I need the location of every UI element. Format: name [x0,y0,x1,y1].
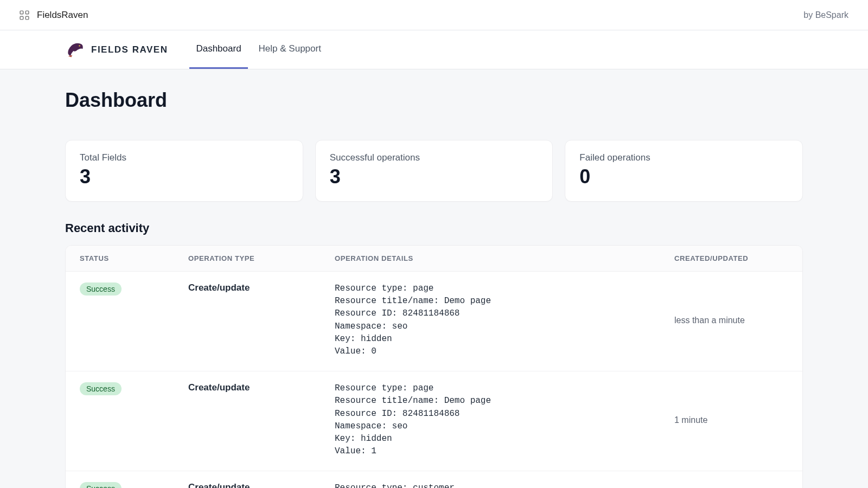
cell-timestamp: 1 minute [674,382,788,458]
page-body: Dashboard Total Fields 3 Successful oper… [0,69,868,488]
col-header-details: Operation details [335,254,674,262]
col-header-time: Created/Updated [674,254,788,262]
op-type-text: Create/update [188,282,250,293]
stat-label: Failed operations [579,152,788,163]
stat-value: 3 [80,165,289,188]
tab-label: Dashboard [196,43,241,54]
app-name: FieldsRaven [37,10,88,21]
col-header-op-type: Operation type [188,254,335,262]
tab-label: Help & Support [259,43,321,54]
op-type-text: Create/update [188,382,250,393]
status-badge: Success [80,282,122,296]
status-badge: Success [80,382,122,395]
stat-card-successful-ops: Successful operations 3 [315,140,553,202]
brand[interactable]: FIELDS RAVEN [65,41,168,59]
svg-rect-0 [20,11,23,14]
raven-logo-icon [65,41,86,59]
table-row: Success Create/update Resource type: pag… [66,272,802,371]
cell-timestamp: less than a minute [674,282,788,358]
stat-card-total-fields: Total Fields 3 [65,140,303,202]
activity-table: Status Operation type Operation details … [65,245,803,488]
details-text: Resource type: page Resource title/name:… [335,382,674,458]
cell-status: Success [80,282,188,358]
cell-timestamp [674,482,788,488]
cell-op-type: Create/update [188,482,335,488]
details-text: Resource type: customer [335,482,674,488]
cell-details: Resource type: page Resource title/name:… [335,382,674,458]
tab-help-support[interactable]: Help & Support [252,30,328,69]
top-bar-left: FieldsRaven [20,10,88,21]
nav-bar: FIELDS RAVEN Dashboard Help & Support [0,30,868,69]
grid-app-icon [20,10,29,20]
table-row: Success Create/update Resource type: pag… [66,371,802,471]
svg-rect-2 [20,16,23,20]
page-title: Dashboard [65,89,803,112]
recent-activity-title: Recent activity [65,221,803,235]
table-row: Success Create/update Resource type: cus… [66,471,802,488]
top-bar: FieldsRaven by BeSpark [0,0,868,30]
cell-details: Resource type: customer [335,482,674,488]
svg-point-4 [79,45,80,47]
op-type-text: Create/update [188,482,250,488]
stat-label: Successful operations [330,152,539,163]
by-line: by BeSpark [803,10,848,20]
cell-details: Resource type: page Resource title/name:… [335,282,674,358]
cell-status: Success [80,382,188,458]
col-header-status: Status [80,254,188,262]
nav-tabs: Dashboard Help & Support [189,30,327,69]
svg-rect-1 [25,11,29,14]
cell-status: Success [80,482,188,488]
stat-value: 0 [579,165,788,188]
brand-text: FIELDS RAVEN [91,44,168,55]
tab-dashboard[interactable]: Dashboard [189,30,247,69]
stat-value: 3 [330,165,539,188]
stat-label: Total Fields [80,152,289,163]
details-text: Resource type: page Resource title/name:… [335,282,674,358]
svg-rect-3 [25,16,29,20]
status-badge: Success [80,482,122,488]
cell-op-type: Create/update [188,282,335,358]
cell-op-type: Create/update [188,382,335,458]
table-head: Status Operation type Operation details … [66,246,802,272]
stat-card-failed-ops: Failed operations 0 [565,140,803,202]
stats-row: Total Fields 3 Successful operations 3 F… [65,140,803,202]
